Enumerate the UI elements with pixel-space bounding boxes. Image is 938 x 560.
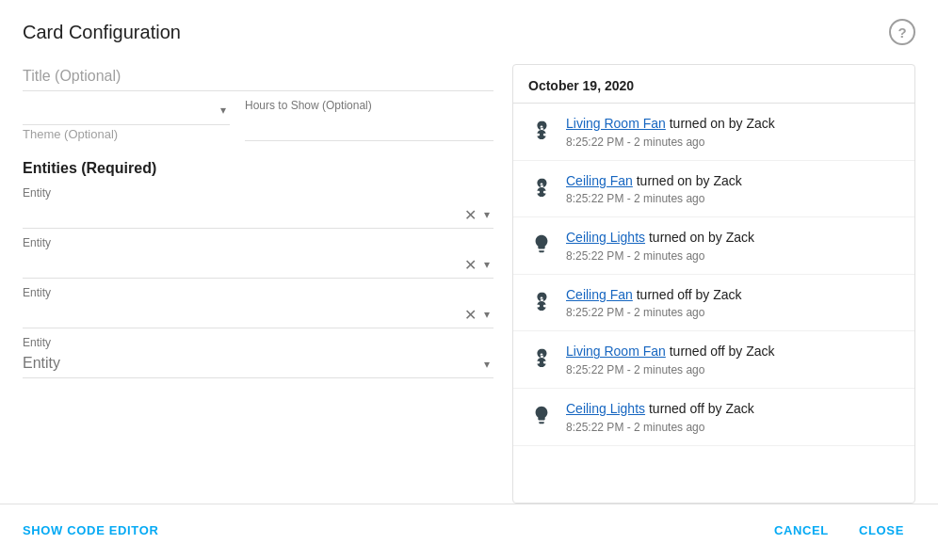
theme-label: Theme (Optional) [23,127,230,141]
log-action-5: turned off by Zack [645,401,754,416]
dialog-header: Card Configuration ? [0,0,938,55]
entity-clear-3[interactable]: ✕ [461,304,480,326]
entity-input-3[interactable]: light.ceiling_lights [23,301,461,328]
log-entity-link-1[interactable]: Ceiling Fan [566,173,633,188]
entity-input-empty[interactable] [23,351,480,377]
title-input[interactable] [23,64,493,91]
log-item-0: Living Room Fan turned on by Zack 8:25:2… [513,104,914,161]
close-button[interactable]: CLOSE [848,516,915,545]
entity-row-empty: Entity ▾ [23,336,493,378]
log-text-0: Living Room Fan turned on by Zack [566,115,775,134]
theme-select-wrap: ▾ [23,99,230,125]
log-text-4: Living Room Fan turned off by Zack [566,343,775,361]
log-entity-link-5[interactable]: Ceiling Lights [566,401,645,416]
log-action-2: turned on by Zack [645,230,754,245]
entity-label-3: Entity [23,286,493,299]
entity-label-2: Entity [23,236,493,249]
entity-row-3: Entity light.ceiling_lights ✕ ▾ [23,286,493,328]
log-time-0: 8:25:22 PM - 2 minutes ago [566,136,775,149]
entity-label-1: Entity [23,186,493,200]
entity-row-1: Entity fan.ceiling_fan ✕ ▾ [23,186,493,229]
entity-dropdown-empty[interactable]: ▾ [480,356,493,373]
hours-label: Hours to Show (Optional) [245,99,493,112]
fan-icon-1 [528,174,555,200]
light-icon-5 [528,402,555,428]
hours-field: Hours to Show (Optional) 24 [245,99,493,141]
log-action-1: turned on by Zack [633,173,742,188]
dialog-title: Card Configuration [23,22,181,43]
theme-select[interactable] [23,99,230,124]
log-text-1: Ceiling Fan turned on by Zack [566,172,742,191]
show-code-editor-button[interactable]: SHOW CODE EDITOR [23,523,159,537]
title-field-group [23,64,493,91]
log-date: October 19, 2020 [513,65,914,104]
log-item-1: Ceiling Fan turned on by Zack 8:25:22 PM… [513,161,914,218]
log-content-3: Ceiling Fan turned off by Zack 8:25:22 P… [566,286,742,320]
log-time-4: 8:25:22 PM - 2 minutes ago [566,363,775,376]
right-panel: October 19, 2020 Living Room Fan turned … [512,64,915,504]
theme-hours-row: ▾ Theme (Optional) Hours to Show (Option… [23,99,493,141]
fan-icon-4 [528,344,555,371]
entity-row-2: Entity fan.living_room_fan ✕ ▾ [23,236,493,279]
entity-dropdown-3[interactable]: ▾ [480,306,493,323]
log-entity-link-0[interactable]: Living Room Fan [566,116,666,131]
log-item-5: Ceiling Lights turned off by Zack 8:25:2… [513,389,914,446]
footer-right: CANCEL CLOSE [763,516,915,545]
log-entity-link-4[interactable]: Living Room Fan [566,344,666,359]
log-time-1: 8:25:22 PM - 2 minutes ago [566,192,742,205]
log-text-2: Ceiling Lights turned on by Zack [566,229,754,248]
log-content-2: Ceiling Lights turned on by Zack 8:25:22… [566,229,754,263]
help-icon[interactable]: ? [889,19,915,45]
log-text-5: Ceiling Lights turned off by Zack [566,400,754,419]
log-content-0: Living Room Fan turned on by Zack 8:25:2… [566,115,775,149]
log-entity-link-3[interactable]: Ceiling Fan [566,287,633,302]
log-item-2: Ceiling Lights turned on by Zack 8:25:22… [513,217,914,275]
left-panel: ▾ Theme (Optional) Hours to Show (Option… [23,64,493,504]
log-content-5: Ceiling Lights turned off by Zack 8:25:2… [566,400,754,434]
log-content-1: Ceiling Fan turned on by Zack 8:25:22 PM… [566,172,742,206]
log-action-3: turned off by Zack [633,287,742,302]
log-time-2: 8:25:22 PM - 2 minutes ago [566,249,754,263]
light-icon-2 [528,231,555,257]
log-item-4: Living Room Fan turned off by Zack 8:25:… [513,331,914,389]
entity-input-1[interactable]: fan.ceiling_fan [23,201,461,228]
log-time-5: 8:25:22 PM - 2 minutes ago [566,421,754,434]
entities-section-title: Entities (Required) [23,160,493,177]
dialog-body: ▾ Theme (Optional) Hours to Show (Option… [0,55,938,504]
entity-dropdown-1[interactable]: ▾ [480,206,493,223]
log-item-3: Ceiling Fan turned off by Zack 8:25:22 P… [513,275,914,332]
theme-field: ▾ Theme (Optional) [23,99,230,141]
log-action-4: turned off by Zack [666,344,775,359]
log-content-4: Living Room Fan turned off by Zack 8:25:… [566,343,775,376]
hours-input[interactable]: 24 [245,114,493,141]
entity-clear-1[interactable]: ✕ [461,204,480,226]
cancel-button[interactable]: CANCEL [763,516,840,545]
entity-dropdown-2[interactable]: ▾ [480,256,493,273]
entity-clear-2[interactable]: ✕ [461,254,480,276]
log-action-0: turned on by Zack [666,116,775,131]
dialog-footer: SHOW CODE EDITOR CANCEL CLOSE [0,504,938,560]
entity-label-empty: Entity [23,336,493,349]
log-time-3: 8:25:22 PM - 2 minutes ago [566,306,742,319]
log-text-3: Ceiling Fan turned off by Zack [566,286,742,305]
log-entity-link-2[interactable]: Ceiling Lights [566,230,645,245]
entity-input-2[interactable]: fan.living_room_fan [23,251,461,278]
fan-icon-3 [528,288,555,314]
fan-icon-0 [528,117,555,143]
